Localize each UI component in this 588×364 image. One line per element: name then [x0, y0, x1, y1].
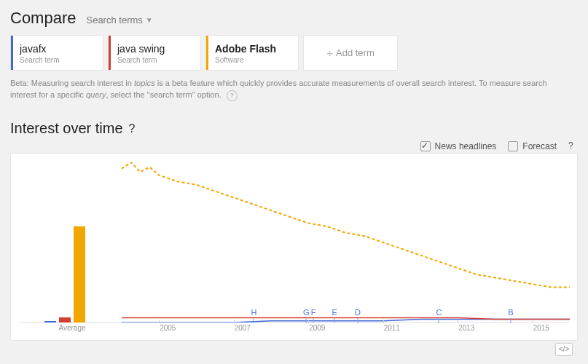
color-stripe: [206, 36, 208, 70]
news-marker-E[interactable]: E: [332, 308, 337, 317]
series-java-swing: [122, 317, 570, 319]
news-marker-D[interactable]: D: [355, 308, 361, 317]
news-tick: [313, 318, 314, 323]
news-headlines-label: News headlines: [435, 141, 497, 151]
news-marker-H[interactable]: H: [251, 308, 256, 317]
news-tick: [254, 318, 254, 323]
forecast-toggle[interactable]: Forecast: [508, 141, 557, 151]
news-tick: [334, 318, 335, 323]
help-icon[interactable]: ?: [227, 90, 238, 101]
news-marker-G[interactable]: G: [303, 308, 310, 317]
color-stripe: [109, 36, 111, 70]
x-tick: 2005: [160, 324, 176, 332]
search-terms-label: Search terms: [86, 15, 142, 25]
interest-chart: HGFEDCB Average200520072009201120132015 …: [10, 153, 578, 341]
forecast-label: Forecast: [522, 141, 557, 151]
add-term-button[interactable]: + Add term: [303, 35, 398, 71]
x-tick: 2009: [309, 324, 325, 332]
help-icon[interactable]: ?: [129, 123, 140, 134]
news-tick: [510, 318, 511, 323]
average-label: Average: [58, 324, 85, 332]
compare-terms-row: javafx Search term java swing Search ter…: [10, 35, 578, 71]
add-term-label: Add term: [336, 47, 375, 58]
news-tick: [358, 318, 358, 323]
news-marker-F[interactable]: F: [311, 308, 316, 317]
term-card-java-swing[interactable]: java swing Search term: [108, 35, 201, 71]
section-title: Interest over time: [10, 120, 123, 137]
plus-icon: +: [326, 47, 333, 59]
news-tick: [439, 318, 439, 323]
x-tick: 2011: [384, 324, 400, 332]
term-name: Adobe Flash: [215, 43, 289, 55]
term-type: Search term: [117, 56, 192, 64]
beta-notice: Beta: Measuring search interest in topic…: [10, 78, 549, 101]
help-icon[interactable]: ?: [568, 141, 578, 151]
term-card-javafx[interactable]: javafx Search term: [10, 35, 103, 71]
embed-button[interactable]: </>: [555, 343, 573, 356]
x-tick: 2013: [458, 324, 474, 332]
series-adobe-flash: [122, 162, 570, 288]
color-stripe: [11, 36, 13, 70]
search-terms-dropdown[interactable]: Search terms ▼: [86, 15, 152, 25]
checkbox-checked-icon: [420, 141, 431, 151]
term-type: Search term: [20, 56, 94, 64]
news-marker-C[interactable]: C: [436, 308, 442, 317]
news-marker-B[interactable]: B: [508, 308, 513, 317]
news-headlines-toggle[interactable]: News headlines: [420, 141, 497, 151]
chart-options: News headlines Forecast ?: [10, 141, 578, 151]
term-name: javafx: [20, 43, 94, 55]
checkbox-unchecked-icon: [508, 141, 518, 151]
x-tick: 2015: [533, 324, 549, 332]
caret-down-icon: ▼: [146, 16, 153, 24]
news-tick: [306, 318, 307, 323]
page-title: Compare: [10, 9, 76, 28]
term-name: java swing: [117, 43, 192, 55]
x-tick: 2007: [235, 324, 251, 332]
term-type: Software: [215, 56, 289, 64]
term-card-adobe-flash[interactable]: Adobe Flash Software: [205, 35, 299, 71]
